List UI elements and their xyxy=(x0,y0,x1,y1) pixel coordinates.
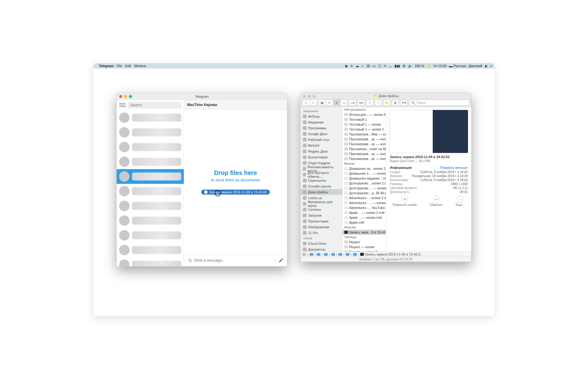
path-segment[interactable] xyxy=(317,253,320,256)
menu-window[interactable]: Window xyxy=(134,64,146,68)
file-item[interactable]: Домашнее з… — копия.m4a xyxy=(342,171,386,176)
preview-thumbnail[interactable] xyxy=(389,110,468,153)
quick-look-button[interactable]: 👁▾ xyxy=(400,100,408,106)
back-button[interactable]: < xyxy=(302,100,310,106)
file-item[interactable]: Рецепт — копия xyxy=(342,244,386,249)
message-input[interactable] xyxy=(194,258,271,263)
path-segment[interactable] xyxy=(331,253,335,256)
menubar-clock[interactable]: Чт 13:03 xyxy=(433,64,447,68)
new-folder-button[interactable]: 📁 xyxy=(383,100,390,106)
sidebar-item[interactable]: Документы xyxy=(300,246,342,252)
chat-list-item[interactable] xyxy=(117,169,184,184)
more-icon[interactable]: ⋯ xyxy=(457,196,464,203)
view-column-button[interactable]: ☰ xyxy=(333,100,340,106)
file-item[interactable]: Использую…— копия 5 xyxy=(342,112,386,117)
finder-file-column[interactable]: PDF-документыИспользую…— копия 5Тестовый… xyxy=(342,107,386,252)
mic-icon[interactable]: 🎤 xyxy=(279,258,283,263)
sidebar-item[interactable]: Бухгалтерия xyxy=(300,154,342,160)
sidebar-item[interactable]: Яндекс.Диск xyxy=(300,148,342,154)
forward-button[interactable]: > xyxy=(310,100,317,106)
path-segment[interactable] xyxy=(324,253,328,256)
chat-header-name[interactable]: MacTime Кирова xyxy=(184,100,287,110)
sidebar-item[interactable]: Скриншоты xyxy=(300,177,342,183)
drop-zone[interactable]: Drop files here to send them as document… xyxy=(184,110,287,254)
hamburger-icon[interactable] xyxy=(119,102,126,108)
path-segment[interactable] xyxy=(310,253,313,256)
path-segment[interactable] xyxy=(353,253,357,256)
file-item[interactable]: Просматрив…ас — копия 5 xyxy=(342,156,386,161)
menubar-app-name[interactable]: Telegram xyxy=(99,64,114,68)
view-gallery-button[interactable]: ▭ xyxy=(340,100,348,106)
input-lang[interactable]: Русская xyxy=(449,64,466,68)
file-item[interactable]: Долгоруковс… — копия.m4a xyxy=(342,186,386,191)
sidebar-item[interactable]: Google Диск xyxy=(300,131,342,137)
trim-icon[interactable]: ✂ xyxy=(433,196,440,203)
menubar-user[interactable]: Дмитрий xyxy=(469,64,482,68)
sidebar-item[interactable]: Презентация xyxy=(300,218,342,224)
file-item[interactable]: Рецепт xyxy=(342,240,386,244)
file-item[interactable]: Apple …— копия.m4r xyxy=(342,215,386,220)
sidebar-item[interactable]: Загрузки xyxy=(300,212,342,218)
sidebar-item[interactable]: Программы xyxy=(300,125,342,131)
view-list-button[interactable]: ≡ xyxy=(326,100,333,106)
file-item[interactable]: Просматрив…ас — копия 4 xyxy=(342,142,386,146)
file-item[interactable]: Adventures -…копия 2.mp3 xyxy=(342,195,386,200)
telegram-search-input[interactable] xyxy=(128,102,181,108)
status-icon[interactable]: ⟳ xyxy=(384,64,386,68)
file-item[interactable]: Просматрив…ас — копия 3 xyxy=(342,151,386,156)
emoji-icon[interactable]: ☺ xyxy=(273,258,277,263)
chat-list-item[interactable] xyxy=(117,184,184,199)
siri-icon[interactable]: ◐ xyxy=(485,64,488,68)
file-item[interactable]: Тестовый 1 xyxy=(342,117,386,122)
telegram-status-icon[interactable]: ✈ xyxy=(350,64,353,68)
path-segment-file[interactable]: Запись экрана 2019-11-09 в 19.43.0… xyxy=(360,252,424,256)
file-item[interactable]: Просматрив…Mac — копия xyxy=(342,132,386,137)
show-less-link[interactable]: Показать меньше xyxy=(440,166,468,169)
status-icon[interactable]: ✓ xyxy=(361,64,364,68)
group-button[interactable]: ▭▾ xyxy=(349,100,356,106)
status-icon[interactable]: Ⓜ xyxy=(367,64,370,68)
file-item[interactable]: Apple …— копия 2.m4r xyxy=(342,210,386,215)
path-segment[interactable] xyxy=(338,253,342,256)
finder-path-bar[interactable]: › › › › › › › › Запись экрана 2019-11-09… xyxy=(300,252,471,257)
rotate-left-icon[interactable]: ⟲ xyxy=(401,196,408,203)
volume-icon[interactable]: 🔊 xyxy=(408,64,412,68)
file-item[interactable]: Просматри…inder на Mac xyxy=(342,146,386,151)
file-item[interactable]: Adventures -… — копия.mp3 xyxy=(342,200,386,205)
sidebar-item[interactable]: Демо файлы xyxy=(300,189,342,195)
chat-list-item[interactable] xyxy=(117,140,184,154)
file-item[interactable]: Долгоруковс…а, 38 40.m4a xyxy=(342,191,386,195)
telegram-titlebar[interactable]: Telegram xyxy=(117,93,287,100)
chat-list-item[interactable] xyxy=(117,257,184,266)
file-item[interactable]: Долгоруковс…копия 2.m4a xyxy=(342,181,386,186)
file-item[interactable]: Apple.m4r xyxy=(342,220,386,225)
sidebar-item[interactable]: Bitrix24 xyxy=(300,142,342,148)
chat-list-item[interactable] xyxy=(117,243,184,257)
attach-icon[interactable]: 📎 xyxy=(188,258,192,263)
file-item[interactable]: Тестовый 1 — копия xyxy=(342,122,386,127)
wifi-icon[interactable]: ⚙ xyxy=(402,64,405,68)
sidebar-item[interactable]: Рабочий стол xyxy=(300,137,342,142)
action-button[interactable]: ⚙▾ xyxy=(357,100,365,106)
tags-button[interactable]: ○ xyxy=(375,100,382,106)
sidebar-item[interactable]: AirDrop xyxy=(300,113,342,119)
sidebar-item[interactable]: Для быстрого обмена,… xyxy=(300,172,342,177)
menu-edit[interactable]: Edit xyxy=(125,64,131,68)
finder-search-input[interactable]: 🔍 Поиск xyxy=(409,100,469,106)
share-button[interactable]: ⇧ xyxy=(366,100,373,106)
battery-icon[interactable]: ▮▮▮ xyxy=(394,64,400,68)
status-icon[interactable]: ◉ xyxy=(345,64,348,68)
sidebar-item[interactable]: Материалы для курса xyxy=(300,201,342,207)
file-item[interactable]: Запись экра…9 в 19.43.03 xyxy=(342,230,386,235)
file-item[interactable]: Домашнее за…копия 2.m4a xyxy=(342,166,386,171)
control-center-icon[interactable]: ≡ xyxy=(490,64,492,68)
menu-file[interactable]: File xyxy=(117,64,122,68)
sidebar-item[interactable]: Онлайн-школа xyxy=(300,183,342,189)
delete-button[interactable]: 🗑 xyxy=(392,100,399,106)
chat-list-item[interactable] xyxy=(117,154,184,169)
chat-list-item[interactable] xyxy=(117,213,184,228)
chat-list-item[interactable] xyxy=(117,125,184,140)
file-item[interactable]: Рецепт — копия 2 xyxy=(342,249,386,252)
status-icon[interactable]: ▭ xyxy=(372,64,375,68)
file-item[interactable]: Домашнее задание…m4a xyxy=(342,176,386,181)
